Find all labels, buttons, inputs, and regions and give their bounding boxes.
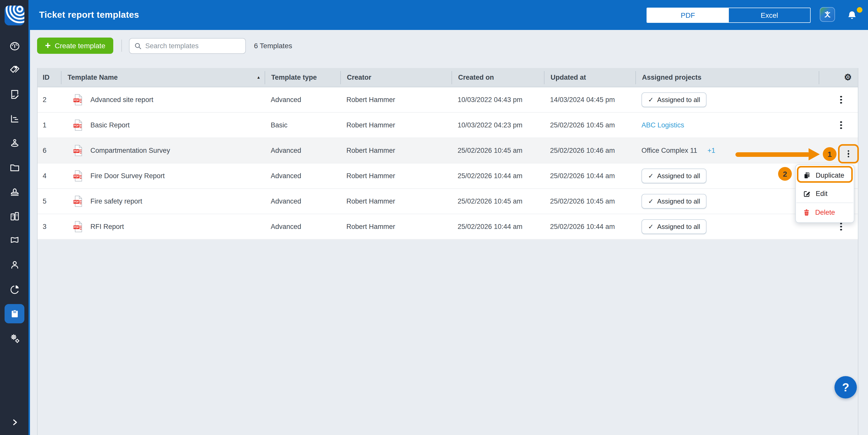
table-row[interactable]: 4 PDF Fire Door Survey Report Advanced R… <box>38 163 858 189</box>
table-row[interactable]: 5 PDF Fire safety report Advanced Robert… <box>38 189 858 214</box>
sidebar-item-flags[interactable] <box>0 231 29 250</box>
annotation-duplicate-highlight <box>797 166 853 183</box>
search-input[interactable] <box>145 42 241 50</box>
pie-chart-icon <box>9 284 20 295</box>
assigned-to-all-button[interactable]: ✓Assigned to all <box>642 219 707 234</box>
cell-type: Advanced <box>265 223 340 230</box>
cell-id: 6 <box>38 147 61 154</box>
stamp-icon <box>9 186 20 197</box>
chart-icon <box>9 113 20 124</box>
svg-text:PDF: PDF <box>74 149 79 153</box>
edit-icon <box>803 190 811 197</box>
gears-icon <box>8 332 21 345</box>
pdf-toggle-button[interactable]: PDF <box>647 8 728 22</box>
sidebar-item-site-plans[interactable] <box>0 133 29 153</box>
pdf-file-icon: PDF <box>73 119 83 131</box>
assigned-more-link[interactable]: +1 <box>708 147 715 154</box>
column-header-type[interactable]: Template type <box>265 71 340 84</box>
expand-sidebar-button[interactable] <box>0 414 29 431</box>
template-name: RFI Report <box>90 223 124 230</box>
user-icon <box>9 259 20 271</box>
person-pin-icon <box>9 138 20 149</box>
row-menu-button[interactable] <box>836 119 847 132</box>
menu-item-delete[interactable]: Delete <box>796 203 854 221</box>
plus-icon: + <box>45 40 51 50</box>
column-settings[interactable]: ⚙ <box>819 71 858 84</box>
page-title: Ticket report templates <box>39 0 139 30</box>
cell-type: Advanced <box>265 172 340 180</box>
sidebar-item-users[interactable] <box>0 255 29 275</box>
cell-updated: 25/02/2026 10:46 am <box>544 147 636 154</box>
assigned-to-all-button[interactable]: ✓Assigned to all <box>642 169 707 183</box>
check-icon: ✓ <box>648 197 654 205</box>
row-menu-button[interactable] <box>836 93 847 106</box>
top-header: Ticket report templates PDF Excel <box>30 0 868 30</box>
marketplace-button[interactable] <box>820 7 835 22</box>
cell-created: 25/02/2026 10:44 am <box>452 172 544 180</box>
svg-text:PDF: PDF <box>74 99 79 102</box>
cell-id: 1 <box>38 121 61 129</box>
sidebar-item-settings[interactable] <box>0 329 29 348</box>
app-logo[interactable] <box>5 6 24 25</box>
svg-text:PDF: PDF <box>74 175 79 178</box>
assigned-project-link[interactable]: ABC Logistics <box>642 121 684 129</box>
dashboard-icon <box>9 41 20 52</box>
table-row-highlighted[interactable]: 6 PDF Compartmentation Survey Advanced R… <box>38 138 858 163</box>
cell-updated: 14/03/2024 04:45 pm <box>544 96 636 104</box>
annotation-step-2: 2 <box>778 167 792 181</box>
search-icon <box>134 42 142 50</box>
create-template-button[interactable]: + Create template <box>37 38 113 54</box>
menu-item-edit[interactable]: Edit <box>796 184 854 203</box>
pdf-file-icon: PDF <box>73 94 83 106</box>
table-row[interactable]: 1 PDF Basic Report Basic Robert Hammer 1… <box>38 113 858 138</box>
sidebar-item-tags[interactable] <box>0 60 29 80</box>
sidebar-item-documents[interactable] <box>0 158 29 177</box>
table-row[interactable]: 3 PDF RFI Report Advanced Robert Hammer … <box>38 214 858 240</box>
annotation-arrow <box>736 152 810 157</box>
cell-assigned: ✓Assigned to all <box>636 92 819 107</box>
sidebar-item-dashboard[interactable] <box>0 37 29 56</box>
excel-toggle-button[interactable]: Excel <box>728 8 810 22</box>
table-header-row: ID Template Name ▲ Template type Creator… <box>38 68 858 87</box>
column-header-updated[interactable]: Updated at <box>544 71 636 84</box>
cell-actions <box>819 93 858 106</box>
sidebar-item-forms[interactable] <box>0 85 29 104</box>
assigned-to-all-button[interactable]: ✓Assigned to all <box>642 194 707 209</box>
menu-item-edit-label: Edit <box>816 190 828 197</box>
notification-badge <box>857 7 862 13</box>
notifications-button[interactable] <box>845 7 862 24</box>
column-header-assigned[interactable]: Assigned projects <box>636 71 819 84</box>
svg-text:PDF: PDF <box>74 200 79 203</box>
cell-type: Advanced <box>265 147 340 154</box>
sidebar-item-templates-active[interactable] <box>5 304 24 323</box>
annotation-kebab-highlight[interactable] <box>838 144 859 163</box>
clipboard-icon-glyph <box>9 309 20 319</box>
svg-text:PDF: PDF <box>74 226 79 229</box>
sidebar-item-reports[interactable] <box>0 109 29 128</box>
create-template-label: Create template <box>55 42 105 50</box>
cell-created: 25/02/2026 10:45 am <box>452 197 544 205</box>
cell-name: PDF Compartmentation Survey <box>61 145 265 156</box>
help-button[interactable]: ? <box>835 376 857 398</box>
row-menu-button-highlighted[interactable] <box>843 147 854 160</box>
check-icon: ✓ <box>648 172 654 180</box>
format-toggle: PDF Excel <box>647 8 811 23</box>
cell-actions <box>819 119 858 132</box>
search-box <box>129 38 246 54</box>
column-header-creator[interactable]: Creator <box>340 71 452 84</box>
column-header-id[interactable]: ID <box>38 71 61 84</box>
cell-created: 10/03/2022 04:23 pm <box>452 121 544 129</box>
table-row[interactable]: 2 PDF Advanced site report Advanced Robe… <box>38 87 858 113</box>
sidebar-item-projects[interactable] <box>0 207 29 226</box>
sidebar-item-stamps[interactable] <box>0 182 29 202</box>
sidebar-item-statistics[interactable] <box>0 280 29 299</box>
assigned-project-name: Office Complex 11 <box>642 147 698 154</box>
logo-icon <box>5 6 24 25</box>
sort-asc-icon: ▲ <box>256 75 260 80</box>
template-name: Fire safety report <box>90 197 142 205</box>
assigned-to-all-button[interactable]: ✓Assigned to all <box>642 92 707 107</box>
cell-created: 25/02/2026 10:44 am <box>452 223 544 230</box>
column-header-name[interactable]: Template Name ▲ <box>61 71 265 84</box>
assigned-label: Assigned to all <box>657 197 700 205</box>
column-header-created[interactable]: Created on <box>452 71 544 84</box>
